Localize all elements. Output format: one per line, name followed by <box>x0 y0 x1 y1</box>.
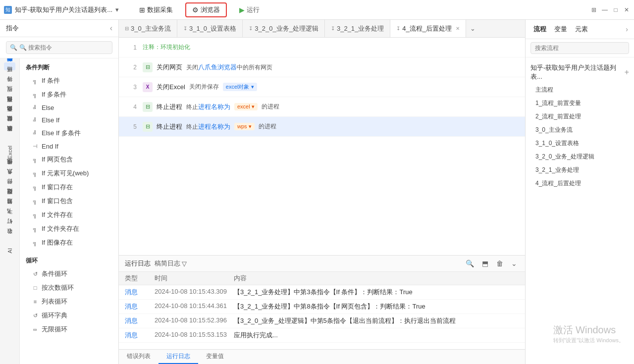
log-clear-btn[interactable]: 🗑 <box>494 259 505 268</box>
search-input[interactable] <box>6 41 112 54</box>
right-tab-flow[interactable]: 流程 <box>531 24 548 35</box>
right-collapse-btn[interactable]: › <box>626 25 628 33</box>
cmd-link-2[interactable]: 八爪鱼浏览器 <box>198 63 237 71</box>
rs-flow-main[interactable]: 主流程 <box>526 83 634 97</box>
if-window-contains-label: If 窗口包含 <box>42 197 73 206</box>
browser-btn[interactable]: ⚙ 浏览器 <box>185 2 227 17</box>
cmd-tag-4[interactable]: excel ▾ <box>234 103 258 110</box>
code-row-5[interactable]: 5 ⊟ 终止进程 终止进程名称为 wps ▾ 的进程 <box>119 117 525 137</box>
run-btn[interactable]: ▶ 运行 <box>233 3 266 17</box>
category-label-loop: 循环 <box>20 254 118 267</box>
rs-flow-3-0[interactable]: 3_0_主业务流 <box>526 123 634 137</box>
sidebar-item-if-element-visible[interactable]: ╗ If 元素可见(web) <box>20 166 118 180</box>
cat-tab-dataprocess[interactable]: 数据处理 <box>4 195 15 203</box>
rs-add-flow-btn[interactable]: + <box>625 68 629 77</box>
cat-tab-notify[interactable]: 群通知 <box>4 205 15 212</box>
tab-label-1: 3_0_主业务流 <box>131 24 171 33</box>
cmd-tag-3[interactable]: excel对象 ▾ <box>223 83 257 91</box>
sidebar-item-count-loop[interactable]: □ 按次数循环 <box>20 281 118 295</box>
log-tab-vars[interactable]: 变量值 <box>198 350 232 364</box>
tab-4[interactable]: ↧ 4_流程_后置处理 ✕ <box>390 20 466 37</box>
sidebar-item-list-loop[interactable]: ≡ 列表循环 <box>20 295 118 309</box>
rs-flow-3-1-0[interactable]: 3_1_0_设置表格 <box>526 137 634 150</box>
title-dropdown-icon[interactable]: ▾ <box>115 6 119 13</box>
log-filter-btn[interactable]: 稿简日志 ▽ <box>155 259 187 268</box>
log-export-btn[interactable]: ⬒ <box>480 259 490 268</box>
sidebar-item-if-window-contains[interactable]: ╗ If 窗口包含 <box>20 194 118 208</box>
right-search-input[interactable] <box>530 42 629 54</box>
log-tab-run[interactable]: 运行日志 <box>158 350 198 364</box>
sidebar-item-if-window-exists[interactable]: ╗ If 窗口存在 <box>20 180 118 194</box>
sidebar-item-end-if[interactable]: ⊣ End If <box>20 140 118 153</box>
code-row-2[interactable]: 2 ⊟ 关闭网页 关闭八爪鱼浏览器中的所有网页 <box>119 57 525 77</box>
sidebar-collapse-btn[interactable]: ‹ <box>110 24 112 33</box>
log-search-btn[interactable]: 🔍 <box>464 259 476 268</box>
tab-3-2-0[interactable]: ↧ 3_2_0_业务_处理逻辑 <box>243 20 325 37</box>
cat-tab-bazhuayu[interactable]: 八爪鱼 <box>4 175 15 183</box>
rs-flow-2[interactable]: 2_流程_前置处理 <box>526 110 634 123</box>
right-tab-var[interactable]: 变量 <box>552 24 569 35</box>
code-row-1[interactable]: 1 注释：环境初始化 <box>119 38 525 57</box>
sidebar-item-if-image-exists[interactable]: ╗ If 图像存在 <box>20 236 118 250</box>
cmd-link-4[interactable]: 进程名称为 <box>198 103 230 110</box>
cat-tab-ops[interactable]: 操作系统 <box>4 165 15 173</box>
cmd-link-5[interactable]: 进程名称为 <box>198 123 230 130</box>
sidebar-item-else-if[interactable]: ╝ Else If <box>20 114 118 126</box>
cat-tab-wait[interactable]: 等待 <box>4 82 15 90</box>
tab-label-4: 3_2_1_业务处理 <box>337 24 384 33</box>
sidebar-item-infinite-loop[interactable]: ∞ 无限循环 <box>20 322 118 336</box>
rs-flow-3-2-0[interactable]: 3_2_0_业务_处理逻辑 <box>526 150 634 163</box>
close-btn[interactable]: ✕ <box>623 6 630 13</box>
run-icon: ▶ <box>239 6 245 14</box>
minimize-btn[interactable]: — <box>601 6 608 13</box>
cat-tab-flow[interactable]: 流程 <box>4 92 15 100</box>
title-bar: 知 知乎-获取知乎用户关注话题列表... ▾ ⊞ 数据采集 ⚙ 浏览器 ▶ 运行… <box>0 0 634 20</box>
tab-close-5[interactable]: ✕ <box>456 26 460 31</box>
right-tab-element[interactable]: 元素 <box>573 24 590 35</box>
log-type-1: 消息 <box>125 288 155 297</box>
tab-3-1-0[interactable]: ↧ 3_1_0_设置表格 <box>177 20 243 37</box>
cat-tab-data[interactable]: 数据表格 <box>4 132 15 140</box>
cat-tab-mouse[interactable]: 鼠标键盘 <box>4 122 15 130</box>
cat-tab-web[interactable]: 网页自动化 <box>4 102 15 110</box>
cat-tab-component[interactable]: 部件 <box>4 185 15 193</box>
tab-3-2-1[interactable]: ↧ 3_2_1_业务处理 <box>325 20 390 37</box>
maximize-btn[interactable]: □ <box>612 6 619 13</box>
sidebar-items-list: 条件判断 ╗ If 条件 ╗ If 多条件 ╝ Else ╝ Else If <box>20 58 118 364</box>
sidebar-item-if-multi[interactable]: ╗ If 多条件 <box>20 88 118 102</box>
tabs-more-btn[interactable]: ⌄ <box>466 25 479 32</box>
cat-tab-desktop[interactable]: 桌面自动化 <box>4 112 15 120</box>
cat-tab-excel[interactable]: Excel <box>5 142 15 163</box>
code-row-4[interactable]: 4 ⊟ 终止进程 终止进程名称为 excel ▾ 的进程 <box>119 97 525 117</box>
sidebar-item-condition-loop[interactable]: ↺ 条件循环 <box>20 267 118 281</box>
rs-flow-4[interactable]: 4_流程_后置处理 <box>526 177 634 190</box>
sidebar-item-if[interactable]: ╗ If 条件 <box>20 74 118 88</box>
cat-tab-dingding[interactable]: 钉钉 <box>4 224 15 232</box>
else-if-icon: ╝ <box>32 117 39 123</box>
code-row-3[interactable]: 3 X 关闭Excel 关闭并保存 excel对象 ▾ <box>119 77 525 97</box>
cat-tab-google[interactable]: 谷歌 <box>4 234 15 242</box>
code-content-5: ⊟ 终止进程 终止进程名称为 wps ▾ 的进程 <box>143 122 517 132</box>
log-time-1: 2024-10-08 10:15:43.309 <box>155 288 234 295</box>
log-tab-errors[interactable]: 错误列表 <box>119 350 158 364</box>
rs-flow-3-2-1[interactable]: 3_2_1_业务处理 <box>526 163 634 177</box>
log-col-content: 内容 <box>234 274 519 283</box>
log-type-2: 消息 <box>125 302 155 311</box>
cat-tab-loop[interactable]: 循环 <box>4 72 15 80</box>
sidebar-item-else-if-multi[interactable]: ╝ Else If 多条件 <box>20 126 118 140</box>
tab-3-0[interactable]: ⊟ 3_0_主业务流 <box>119 20 177 37</box>
grid-btn[interactable]: ⊞ <box>590 6 597 13</box>
cat-tab-ai[interactable]: AI <box>5 244 15 257</box>
sidebar-item-dict-loop[interactable]: ↺ 循环字典 <box>20 309 118 322</box>
log-expand-btn[interactable]: ⌄ <box>509 259 519 268</box>
cat-tab-feishu[interactable]: 飞书 <box>4 214 15 222</box>
sidebar-item-if-web-contains[interactable]: ╗ If 网页包含 <box>20 153 118 166</box>
cmd-tag-5[interactable]: wps ▾ <box>234 123 255 130</box>
cat-tab-condition[interactable]: 条件判断 <box>4 62 15 70</box>
rs-flow-1[interactable]: 1_流程_前置变量 <box>526 97 634 110</box>
data-collection-btn[interactable]: ⊞ 数据采集 <box>133 3 179 17</box>
sidebar-item-if-folder-exists[interactable]: ╗ If 文件夹存在 <box>20 222 118 236</box>
if-web-icon: ╗ <box>32 156 39 162</box>
sidebar-item-if-file-exists[interactable]: ╗ If 文件存在 <box>20 208 118 222</box>
sidebar-item-else[interactable]: ╝ Else <box>20 102 118 114</box>
